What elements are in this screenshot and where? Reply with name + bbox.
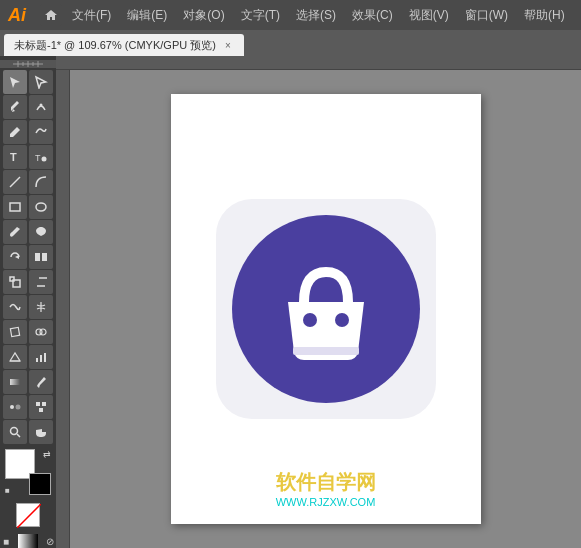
direct-selection-tool[interactable]	[29, 70, 53, 94]
color-mode-button[interactable]: ■	[0, 531, 16, 548]
menu-window[interactable]: 窗口(W)	[457, 3, 516, 28]
svg-rect-14	[10, 277, 14, 281]
tool-row-13	[1, 370, 55, 394]
none-color-box[interactable]	[16, 503, 40, 527]
reflect-tool[interactable]	[29, 245, 53, 269]
tool-row-9	[1, 270, 55, 294]
icon-circle	[232, 215, 420, 403]
left-toolbar: T T	[0, 56, 56, 548]
artboard: 软件自学网 WWW.RJZXW.COM	[171, 94, 481, 524]
canvas-content: 软件自学网 WWW.RJZXW.COM	[70, 70, 581, 548]
pencil-tool[interactable]	[3, 120, 27, 144]
svg-rect-20	[40, 355, 42, 362]
menu-object[interactable]: 对象(O)	[175, 3, 232, 28]
menu-file[interactable]: 文件(F)	[64, 3, 119, 28]
svg-point-6	[40, 104, 43, 107]
shopping-bag-icon	[266, 252, 386, 367]
color-mode-row: ■ ⊘	[0, 531, 56, 548]
smooth-tool[interactable]	[29, 120, 53, 144]
rectangle-tool[interactable]	[3, 195, 27, 219]
tab-bar: 未标题-1* @ 109.67% (CMYK/GPU 预览) ×	[0, 30, 581, 56]
tool-row-1	[1, 70, 55, 94]
chart-tool[interactable]	[29, 345, 53, 369]
blend-tool[interactable]	[3, 395, 27, 419]
perspective-grid-tool[interactable]	[3, 345, 27, 369]
svg-point-28	[303, 313, 317, 327]
ruler-left	[56, 70, 70, 548]
watermark: 软件自学网 WWW.RJZXW.COM	[276, 469, 376, 508]
curvature-tool[interactable]	[29, 95, 53, 119]
menu-select[interactable]: 选择(S)	[288, 3, 344, 28]
eyedropper-tool[interactable]	[29, 370, 53, 394]
tab-close-button[interactable]: ×	[222, 39, 234, 51]
tool-row-3	[1, 120, 55, 144]
tool-row-14	[1, 395, 55, 419]
svg-line-26	[17, 434, 20, 437]
svg-text:T: T	[10, 151, 17, 163]
hand-tool[interactable]	[29, 420, 53, 444]
toolbar-bottom: ⇄ ■ ■ ⊘	[0, 445, 56, 548]
width-tool[interactable]	[29, 295, 53, 319]
touch-type-tool[interactable]: T	[29, 145, 53, 169]
svg-point-17	[40, 329, 46, 335]
tool-row-7	[1, 220, 55, 244]
document-tab[interactable]: 未标题-1* @ 109.67% (CMYK/GPU 预览) ×	[4, 34, 244, 56]
tool-row-4: T T	[1, 145, 55, 169]
none-mode-button[interactable]: ⊘	[40, 531, 56, 548]
menu-effect[interactable]: 效果(C)	[344, 3, 401, 28]
free-transform-tool[interactable]	[3, 320, 27, 344]
blob-brush-tool[interactable]	[29, 220, 53, 244]
rotate-tool[interactable]	[3, 245, 27, 269]
canvas-area: 软件自学网 WWW.RJZXW.COM	[56, 56, 581, 548]
svg-point-9	[42, 157, 47, 162]
svg-text:T: T	[35, 153, 41, 163]
svg-point-23	[10, 405, 14, 409]
icon-container	[216, 199, 436, 419]
main-area: T T	[0, 56, 581, 548]
pen-tool[interactable]	[3, 95, 27, 119]
title-bar: Ai 文件(F) 编辑(E) 对象(O) 文字(T) 选择(S) 效果(C) 视…	[0, 0, 581, 30]
live-paint-tool[interactable]	[29, 395, 53, 419]
tool-row-15	[1, 420, 55, 444]
tool-row-2	[1, 95, 55, 119]
tool-row-12	[1, 345, 55, 369]
svg-point-24	[16, 405, 21, 410]
line-tool[interactable]	[3, 170, 27, 194]
scale-tool[interactable]	[3, 270, 27, 294]
warp-tool[interactable]	[3, 295, 27, 319]
arc-tool[interactable]	[29, 170, 53, 194]
stroke-color[interactable]	[29, 473, 51, 495]
menu-bar: 文件(F) 编辑(E) 对象(O) 文字(T) 选择(S) 效果(C) 视图(V…	[64, 3, 573, 28]
svg-line-27	[17, 504, 41, 528]
menu-help[interactable]: 帮助(H)	[516, 3, 573, 28]
swap-colors-icon[interactable]: ⇄	[43, 449, 51, 459]
shape-builder-tool[interactable]	[29, 320, 53, 344]
menu-text[interactable]: 文字(T)	[233, 3, 288, 28]
svg-rect-21	[44, 353, 46, 362]
svg-rect-19	[36, 358, 38, 362]
svg-rect-15	[10, 327, 19, 336]
window-home-icon[interactable]	[40, 4, 62, 26]
ellipse-tool[interactable]	[29, 195, 53, 219]
svg-point-25	[11, 428, 18, 435]
default-colors-icon[interactable]: ■	[5, 486, 10, 495]
gradient-mode-button[interactable]	[18, 534, 38, 548]
svg-line-10	[10, 177, 20, 187]
menu-edit[interactable]: 编辑(E)	[119, 3, 175, 28]
zoom-tool[interactable]	[3, 420, 27, 444]
type-tool[interactable]: T	[3, 145, 27, 169]
svg-point-12	[36, 203, 46, 211]
selection-tool[interactable]	[3, 70, 27, 94]
gradient-tool[interactable]	[3, 370, 27, 394]
watermark-url: WWW.RJZXW.COM	[276, 496, 376, 508]
paintbrush-tool[interactable]	[3, 220, 27, 244]
menu-view[interactable]: 视图(V)	[401, 3, 457, 28]
shear-tool[interactable]	[29, 270, 53, 294]
app-logo: Ai	[8, 5, 40, 26]
watermark-title: 软件自学网	[276, 469, 376, 496]
color-selector[interactable]: ⇄ ■	[5, 449, 51, 495]
tool-row-8	[1, 245, 55, 269]
tool-row-5	[1, 170, 55, 194]
svg-rect-11	[10, 203, 20, 211]
svg-point-29	[335, 313, 349, 327]
